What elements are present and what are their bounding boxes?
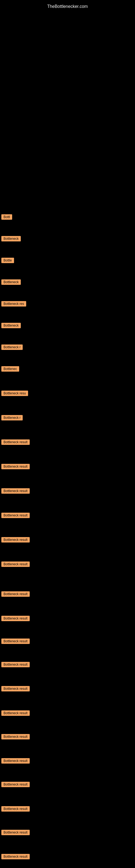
bottleneck-result-container: Bottle <box>1 258 14 264</box>
bottleneck-result-container: Bottleneck result <box>1 537 30 544</box>
bottleneck-result-container: Bottleneck result <box>1 662 30 669</box>
bottleneck-result-container: Bottleneck result <box>1 616 30 622</box>
bottleneck-result-container: Bottleneck <box>1 236 21 243</box>
bottleneck-result-badge[interactable]: Bottleneck result <box>1 806 30 812</box>
bottleneck-result-badge[interactable]: Bottleneck result <box>1 488 30 494</box>
bottleneck-result-badge[interactable]: Bottl <box>1 214 12 220</box>
bottleneck-result-badge[interactable]: Bottleneck result <box>1 830 30 835</box>
bottleneck-result-badge[interactable]: Bottleneck result <box>1 686 30 691</box>
bottleneck-result-container: Bottleneck result <box>1 734 30 741</box>
bottleneck-result-container: Bottleneck <box>1 279 21 286</box>
bottleneck-result-badge[interactable]: Bottleneck result <box>1 537 30 542</box>
bottleneck-result-badge[interactable]: Bottleneck result <box>1 561 30 567</box>
bottleneck-result-container: Bottleneck result <box>1 639 30 645</box>
bottleneck-result-badge[interactable]: Bottleneck result <box>1 758 30 764</box>
bottleneck-result-container: Bottleneck result <box>1 591 30 598</box>
bottleneck-result-container: Bottleneck r <box>1 415 23 422</box>
bottleneck-result-container: Bottleneck <box>1 323 21 329</box>
bottleneck-result-badge[interactable]: Bottleneck result <box>1 782 30 787</box>
bottleneck-result-badge[interactable]: Bottle <box>1 258 14 263</box>
bottleneck-result-container: Bottl <box>1 214 12 221</box>
bottleneck-result-container: Bottleneck result <box>1 830 30 836</box>
bottleneck-result-badge[interactable]: Bottleneck result <box>1 616 30 621</box>
bottleneck-result-container: Bottleneck result <box>1 561 30 568</box>
bottleneck-result-badge[interactable]: Bottleneck result <box>1 734 30 739</box>
bottleneck-result-container: Bottleneck result <box>1 758 30 765</box>
bottleneck-result-container: Bottleneck result <box>1 513 30 519</box>
bottleneck-result-badge[interactable]: Bottleneck result <box>1 513 30 518</box>
bottleneck-result-badge[interactable]: Bottleneck <box>1 236 21 241</box>
bottleneck-result-badge[interactable]: Bottleneck <box>1 323 21 328</box>
site-title: TheBottlenecker.com <box>0 1 135 12</box>
bottleneck-result-container: Bottleneck result <box>1 439 30 446</box>
bottleneck-result-badge[interactable]: Bottleneck res <box>1 301 26 307</box>
bottleneck-result-container: Bottleneck r <box>1 344 23 351</box>
bottleneck-result-container: Bottleneck resu <box>1 391 28 397</box>
bottleneck-result-badge[interactable]: Bottleneck result <box>1 591 30 597</box>
bottleneck-result-container: Bottleneck result <box>1 806 30 813</box>
bottleneck-result-badge[interactable]: Bottlenec <box>1 366 19 372</box>
bottleneck-result-badge[interactable]: Bottleneck result <box>1 710 30 716</box>
bottleneck-result-badge[interactable]: Bottleneck result <box>1 439 30 445</box>
bottleneck-result-container: Bottleneck result <box>1 686 30 692</box>
bottleneck-result-container: Bottleneck res <box>1 301 26 308</box>
bottleneck-result-badge[interactable]: Bottleneck <box>1 279 21 285</box>
bottleneck-result-badge[interactable]: Bottleneck result <box>1 854 30 859</box>
bottleneck-result-badge[interactable]: Bottleneck r <box>1 344 23 350</box>
bottleneck-result-badge[interactable]: Bottleneck resu <box>1 391 28 396</box>
bottleneck-result-container: Bottleneck result <box>1 710 30 717</box>
bottleneck-result-container: Bottleneck result <box>1 464 30 470</box>
bottleneck-result-container: Bottleneck result <box>1 488 30 495</box>
bottleneck-result-badge[interactable]: Bottleneck result <box>1 639 30 644</box>
bottleneck-result-container: Bottleneck result <box>1 782 30 788</box>
bottleneck-result-badge[interactable]: Bottleneck result <box>1 464 30 469</box>
bottleneck-result-badge[interactable]: Bottleneck r <box>1 415 23 421</box>
bottleneck-result-container: Bottleneck result <box>1 854 30 860</box>
bottleneck-result-container: Bottlenec <box>1 366 19 373</box>
bottleneck-result-badge[interactable]: Bottleneck result <box>1 662 30 667</box>
